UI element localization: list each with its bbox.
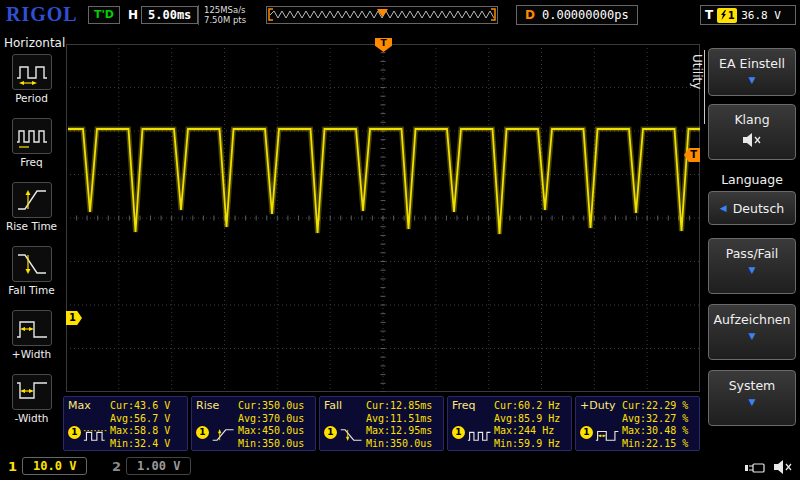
- memory-depth: 7.50M pts: [204, 15, 246, 25]
- measurement-panel-plus-duty[interactable]: +Duty 1 Cur:22.29 % Avg:32.27 % Max:30.4…: [575, 396, 700, 451]
- freq-meas-icon: [467, 425, 493, 449]
- measurement-min: Min:32.4 V: [110, 438, 170, 451]
- left-sidebar: Horizontal Period Freq: [0, 30, 63, 455]
- rise-time-icon: [12, 182, 52, 218]
- channel-2-number: 2: [112, 459, 121, 474]
- measurement-values: Cur:43.6 V Avg:56.7 V Max:58.8 V Min:32.…: [110, 400, 170, 450]
- measurement-avg: Avg:11.51ms: [366, 413, 432, 426]
- channel-1-scale: 10.0 V: [22, 457, 87, 475]
- sample-rate: 125MSa/s: [204, 5, 246, 15]
- menu-item-label: Aufzeichnen: [709, 305, 795, 327]
- sidebar-item-period[interactable]: Period: [0, 54, 63, 104]
- minus-width-icon: [12, 374, 52, 410]
- measurement-min: Min:350.0us: [238, 438, 304, 451]
- chevron-down-icon: ▼: [709, 397, 795, 407]
- delay-readout: D 0.00000000ps: [516, 5, 638, 25]
- sidebar-item-label: Fall Time: [0, 284, 63, 296]
- sidebar-item-fall-time[interactable]: Fall Time: [0, 246, 63, 296]
- acquisition-info: 125MSa/s 7.50M pts: [198, 5, 246, 25]
- measurement-values: Cur:60.2 Hz Avg:85.9 Hz Max:244 Hz Min:5…: [494, 400, 560, 450]
- language-value-box: ◀ Deutsch: [708, 191, 796, 225]
- channel-badge: 1: [580, 426, 593, 439]
- rigol-logo: RIGOL: [6, 3, 78, 26]
- measurement-max: Max:12.95ms: [366, 425, 432, 438]
- channel-badge: 1: [68, 426, 81, 439]
- measurement-cur: Cur:350.0us: [238, 400, 304, 413]
- menu-item-pass-fail[interactable]: Pass/Fail ▼: [708, 238, 796, 294]
- freq-icon: [12, 118, 52, 154]
- slope-icon: [720, 10, 727, 21]
- trigger-info[interactable]: T 1 36.8 V: [700, 5, 796, 25]
- oscilloscope-screen: RIGOL T'D H 5.00ms 125MSa/s 7.50M pts D …: [0, 0, 800, 480]
- measurement-max: Max:30.48 %: [622, 425, 688, 438]
- sidebar-item-minus-width[interactable]: -Width: [0, 374, 63, 424]
- sidebar-item-label: +Width: [0, 348, 63, 360]
- preview-waveform-icon: [267, 7, 497, 23]
- measurement-min: Min:22.15 %: [622, 438, 688, 451]
- sidebar-item-label: -Width: [0, 412, 63, 424]
- usb-icon: [744, 460, 766, 479]
- measurement-name: Max: [68, 399, 91, 412]
- speaker-muted-icon: [709, 132, 795, 152]
- chevron-down-icon: ▼: [709, 75, 795, 85]
- menu-item-label: Klang: [709, 105, 795, 127]
- sidebar-item-label: Period: [0, 92, 63, 104]
- measurement-panel-rise[interactable]: Rise 1 Cur:350.0us Avg:370.0us Max:450.0…: [191, 396, 316, 451]
- right-menu: Utility EA Einstell ▼ Klang Language ◀ D…: [688, 30, 800, 456]
- language-value: Deutsch: [733, 201, 784, 216]
- menu-item-label: Pass/Fail: [709, 239, 795, 261]
- waveform-preview[interactable]: [266, 6, 498, 24]
- measurement-name: Freq: [452, 399, 476, 412]
- bottom-bar: 1 10.0 V 2 1.00 V: [0, 455, 800, 480]
- measurement-values: Cur:22.29 % Avg:32.27 % Max:30.48 % Min:…: [622, 400, 688, 450]
- menu-item-klang[interactable]: Klang: [708, 104, 796, 160]
- measurement-max: Max:450.0us: [238, 425, 304, 438]
- channel-2-indicator[interactable]: 2 1.00 V: [112, 457, 191, 475]
- measurement-min: Min:350.0us: [366, 438, 432, 451]
- measurement-cur: Cur:43.6 V: [110, 400, 170, 413]
- measurement-avg: Avg:370.0us: [238, 413, 304, 426]
- measurement-panel-freq[interactable]: Freq 1 Cur:60.2 Hz Avg:85.9 Hz Max:244 H…: [447, 396, 572, 451]
- measurement-values: Cur:12.85ms Avg:11.51ms Max:12.95ms Min:…: [366, 400, 432, 450]
- horizontal-label: H: [128, 8, 138, 22]
- measurement-panel-max[interactable]: Max 1 Cur:43.6 V Avg:56.7 V Max:58.8 V M…: [63, 396, 188, 451]
- measurement-name: +Duty: [580, 399, 615, 412]
- menu-item-aufzeichnen[interactable]: Aufzeichnen ▼: [708, 304, 796, 360]
- top-bar: RIGOL T'D H 5.00ms 125MSa/s 7.50M pts D …: [0, 0, 800, 30]
- channel-2-scale: 1.00 V: [126, 457, 191, 475]
- menu-item-label: EA Einstell: [709, 49, 795, 71]
- channel-1-indicator[interactable]: 1 10.0 V: [8, 457, 87, 475]
- channel-badge: 1: [452, 426, 465, 439]
- timebase-value[interactable]: 5.00ms: [141, 6, 198, 24]
- measurement-avg: Avg:85.9 Hz: [494, 413, 560, 426]
- menu-item-header: Language: [708, 172, 796, 187]
- menu-item-label: System: [709, 371, 795, 393]
- delay-value: 0.00000000ps: [542, 8, 629, 22]
- sidebar-item-plus-width[interactable]: +Width: [0, 310, 63, 360]
- waveform-display: [66, 44, 700, 392]
- period-icon: [12, 54, 52, 90]
- channel-badge: 1: [196, 426, 209, 439]
- sidebar-item-label: Freq: [0, 156, 63, 168]
- sidebar-item-rise-time[interactable]: Rise Time: [0, 182, 63, 232]
- measurement-panel-fall[interactable]: Fall 1 Cur:12.85ms Avg:11.51ms Max:12.95…: [319, 396, 444, 451]
- delay-label: D: [525, 8, 535, 22]
- sidebar-item-freq[interactable]: Freq: [0, 118, 63, 168]
- measurement-values: Cur:350.0us Avg:370.0us Max:450.0us Min:…: [238, 400, 304, 450]
- trigger-source-chip: 1: [717, 8, 737, 23]
- measurement-cur: Cur:22.29 %: [622, 400, 688, 413]
- measurement-name: Rise: [196, 399, 219, 412]
- speaker-icon: [772, 459, 794, 479]
- chevron-down-icon: ▼: [709, 331, 795, 341]
- menu-item-ea-einstell[interactable]: EA Einstell ▼: [708, 48, 796, 96]
- plus-width-icon: [12, 310, 52, 346]
- menu-item-system[interactable]: System ▼: [708, 370, 796, 426]
- trigger-status-badge: T'D: [88, 6, 120, 24]
- measurement-avg: Avg:56.7 V: [110, 413, 170, 426]
- measurement-cur: Cur:60.2 Hz: [494, 400, 560, 413]
- measurement-max: Max:58.8 V: [110, 425, 170, 438]
- menu-item-language[interactable]: Language ◀ Deutsch: [708, 172, 796, 225]
- menu-title: Utility: [690, 54, 704, 124]
- trigger-label: T: [705, 8, 713, 22]
- trigger-level: 36.8 V: [741, 9, 781, 22]
